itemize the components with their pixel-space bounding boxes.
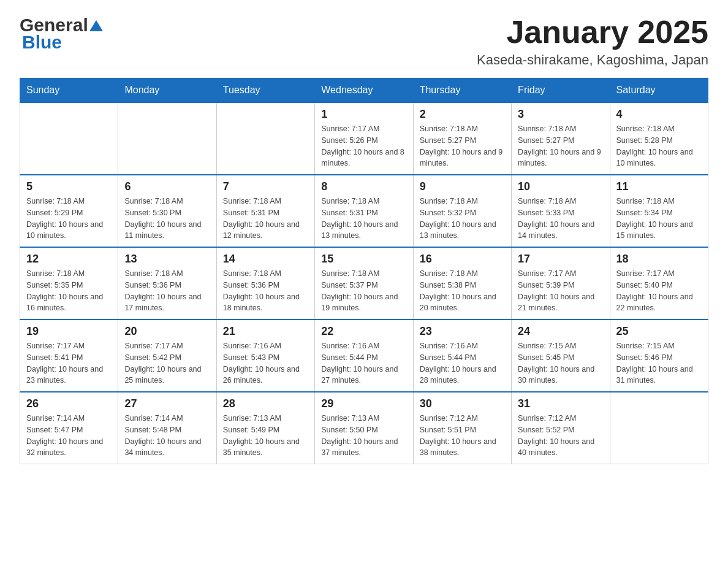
- day-number: 14: [223, 253, 308, 266]
- calendar-cell: 26Sunrise: 7:14 AM Sunset: 5:47 PM Dayli…: [20, 392, 118, 464]
- day-number: 1: [321, 108, 406, 121]
- calendar-cell: 25Sunrise: 7:15 AM Sunset: 5:46 PM Dayli…: [610, 320, 708, 392]
- day-info: Sunrise: 7:15 AM Sunset: 5:45 PM Dayligh…: [518, 340, 603, 386]
- calendar-cell: [20, 102, 118, 175]
- day-number: 27: [124, 397, 210, 410]
- day-number: 22: [321, 325, 406, 338]
- calendar-cell: [216, 102, 314, 175]
- day-number: 18: [616, 253, 702, 266]
- day-number: 31: [518, 397, 603, 410]
- calendar-cell: [118, 102, 216, 175]
- day-info: Sunrise: 7:12 AM Sunset: 5:52 PM Dayligh…: [518, 413, 603, 459]
- week-row-3: 12Sunrise: 7:18 AM Sunset: 5:35 PM Dayli…: [20, 247, 708, 320]
- day-info: Sunrise: 7:18 AM Sunset: 5:28 PM Dayligh…: [616, 123, 702, 169]
- calendar-cell: 16Sunrise: 7:18 AM Sunset: 5:38 PM Dayli…: [413, 247, 511, 320]
- day-number: 15: [321, 253, 406, 266]
- calendar-cell: 6Sunrise: 7:18 AM Sunset: 5:30 PM Daylig…: [118, 175, 216, 247]
- calendar-cell: 17Sunrise: 7:17 AM Sunset: 5:39 PM Dayli…: [512, 247, 610, 320]
- calendar-cell: 1Sunrise: 7:17 AM Sunset: 5:26 PM Daylig…: [315, 102, 413, 175]
- day-info: Sunrise: 7:18 AM Sunset: 5:33 PM Dayligh…: [518, 196, 603, 242]
- weekday-header-sunday: Sunday: [20, 79, 118, 103]
- day-info: Sunrise: 7:14 AM Sunset: 5:48 PM Dayligh…: [124, 413, 210, 459]
- logo: General Blue: [20, 15, 103, 53]
- week-row-1: 1Sunrise: 7:17 AM Sunset: 5:26 PM Daylig…: [20, 102, 708, 175]
- day-number: 2: [420, 108, 505, 121]
- day-info: Sunrise: 7:16 AM Sunset: 5:44 PM Dayligh…: [321, 340, 406, 386]
- calendar-cell: 15Sunrise: 7:18 AM Sunset: 5:37 PM Dayli…: [315, 247, 413, 320]
- day-info: Sunrise: 7:18 AM Sunset: 5:38 PM Dayligh…: [420, 268, 505, 314]
- calendar-cell: 30Sunrise: 7:12 AM Sunset: 5:51 PM Dayli…: [413, 392, 511, 464]
- day-info: Sunrise: 7:18 AM Sunset: 5:31 PM Dayligh…: [321, 196, 406, 242]
- day-info: Sunrise: 7:18 AM Sunset: 5:36 PM Dayligh…: [124, 268, 210, 314]
- day-info: Sunrise: 7:18 AM Sunset: 5:27 PM Dayligh…: [420, 123, 505, 169]
- day-number: 9: [420, 180, 505, 193]
- day-number: 10: [518, 180, 603, 193]
- weekday-header-saturday: Saturday: [610, 79, 708, 103]
- calendar-cell: 11Sunrise: 7:18 AM Sunset: 5:34 PM Dayli…: [610, 175, 708, 247]
- day-info: Sunrise: 7:18 AM Sunset: 5:30 PM Dayligh…: [124, 196, 210, 242]
- calendar-cell: 13Sunrise: 7:18 AM Sunset: 5:36 PM Dayli…: [118, 247, 216, 320]
- month-title: January 2025: [477, 15, 708, 50]
- day-info: Sunrise: 7:14 AM Sunset: 5:47 PM Dayligh…: [26, 413, 112, 459]
- day-info: Sunrise: 7:18 AM Sunset: 5:31 PM Dayligh…: [223, 196, 308, 242]
- calendar-cell: [610, 392, 708, 464]
- title-block: January 2025 Kaseda-shirakame, Kagoshima…: [477, 15, 708, 68]
- weekday-header-thursday: Thursday: [413, 79, 511, 103]
- calendar-cell: 27Sunrise: 7:14 AM Sunset: 5:48 PM Dayli…: [118, 392, 216, 464]
- day-info: Sunrise: 7:16 AM Sunset: 5:44 PM Dayligh…: [420, 340, 505, 386]
- day-info: Sunrise: 7:18 AM Sunset: 5:34 PM Dayligh…: [616, 196, 702, 242]
- calendar-cell: 28Sunrise: 7:13 AM Sunset: 5:49 PM Dayli…: [216, 392, 314, 464]
- day-number: 19: [26, 325, 112, 338]
- calendar-cell: 3Sunrise: 7:18 AM Sunset: 5:27 PM Daylig…: [512, 102, 610, 175]
- day-number: 20: [124, 325, 210, 338]
- week-row-4: 19Sunrise: 7:17 AM Sunset: 5:41 PM Dayli…: [20, 320, 708, 392]
- day-number: 11: [616, 180, 702, 193]
- day-number: 25: [616, 325, 702, 338]
- day-number: 3: [518, 108, 603, 121]
- week-row-5: 26Sunrise: 7:14 AM Sunset: 5:47 PM Dayli…: [20, 392, 708, 464]
- page-header: General Blue January 2025 Kaseda-shiraka…: [20, 15, 708, 68]
- calendar-cell: 20Sunrise: 7:17 AM Sunset: 5:42 PM Dayli…: [118, 320, 216, 392]
- weekday-header-row: SundayMondayTuesdayWednesdayThursdayFrid…: [20, 79, 708, 103]
- calendar-cell: 23Sunrise: 7:16 AM Sunset: 5:44 PM Dayli…: [413, 320, 511, 392]
- calendar-cell: 2Sunrise: 7:18 AM Sunset: 5:27 PM Daylig…: [413, 102, 511, 175]
- calendar-cell: 22Sunrise: 7:16 AM Sunset: 5:44 PM Dayli…: [315, 320, 413, 392]
- day-number: 28: [223, 397, 308, 410]
- day-info: Sunrise: 7:15 AM Sunset: 5:46 PM Dayligh…: [616, 340, 702, 386]
- day-number: 24: [518, 325, 603, 338]
- day-info: Sunrise: 7:17 AM Sunset: 5:41 PM Dayligh…: [26, 340, 112, 386]
- day-number: 4: [616, 108, 702, 121]
- day-number: 21: [223, 325, 308, 338]
- calendar-cell: 21Sunrise: 7:16 AM Sunset: 5:43 PM Dayli…: [216, 320, 314, 392]
- day-info: Sunrise: 7:13 AM Sunset: 5:49 PM Dayligh…: [223, 413, 308, 459]
- day-number: 8: [321, 180, 406, 193]
- weekday-header-friday: Friday: [512, 79, 610, 103]
- calendar-table: SundayMondayTuesdayWednesdayThursdayFrid…: [20, 78, 708, 464]
- logo-triangle-icon: [89, 19, 103, 33]
- calendar-cell: 7Sunrise: 7:18 AM Sunset: 5:31 PM Daylig…: [216, 175, 314, 247]
- day-info: Sunrise: 7:17 AM Sunset: 5:42 PM Dayligh…: [124, 340, 210, 386]
- day-info: Sunrise: 7:13 AM Sunset: 5:50 PM Dayligh…: [321, 413, 406, 459]
- logo-blue-text: Blue: [22, 32, 62, 53]
- day-info: Sunrise: 7:18 AM Sunset: 5:35 PM Dayligh…: [26, 268, 112, 314]
- calendar-cell: 4Sunrise: 7:18 AM Sunset: 5:28 PM Daylig…: [610, 102, 708, 175]
- calendar-cell: 14Sunrise: 7:18 AM Sunset: 5:36 PM Dayli…: [216, 247, 314, 320]
- day-info: Sunrise: 7:17 AM Sunset: 5:26 PM Dayligh…: [321, 123, 406, 169]
- day-number: 23: [420, 325, 505, 338]
- day-info: Sunrise: 7:17 AM Sunset: 5:39 PM Dayligh…: [518, 268, 603, 314]
- weekday-header-tuesday: Tuesday: [216, 79, 314, 103]
- day-number: 30: [420, 397, 505, 410]
- day-number: 7: [223, 180, 308, 193]
- day-number: 26: [26, 397, 112, 410]
- calendar-cell: 18Sunrise: 7:17 AM Sunset: 5:40 PM Dayli…: [610, 247, 708, 320]
- weekday-header-wednesday: Wednesday: [315, 79, 413, 103]
- day-info: Sunrise: 7:12 AM Sunset: 5:51 PM Dayligh…: [420, 413, 505, 459]
- week-row-2: 5Sunrise: 7:18 AM Sunset: 5:29 PM Daylig…: [20, 175, 708, 247]
- weekday-header-monday: Monday: [118, 79, 216, 103]
- day-info: Sunrise: 7:17 AM Sunset: 5:40 PM Dayligh…: [616, 268, 702, 314]
- calendar-cell: 31Sunrise: 7:12 AM Sunset: 5:52 PM Dayli…: [512, 392, 610, 464]
- day-info: Sunrise: 7:18 AM Sunset: 5:32 PM Dayligh…: [420, 196, 505, 242]
- calendar-cell: 10Sunrise: 7:18 AM Sunset: 5:33 PM Dayli…: [512, 175, 610, 247]
- calendar-cell: 24Sunrise: 7:15 AM Sunset: 5:45 PM Dayli…: [512, 320, 610, 392]
- location-title: Kaseda-shirakame, Kagoshima, Japan: [477, 52, 708, 68]
